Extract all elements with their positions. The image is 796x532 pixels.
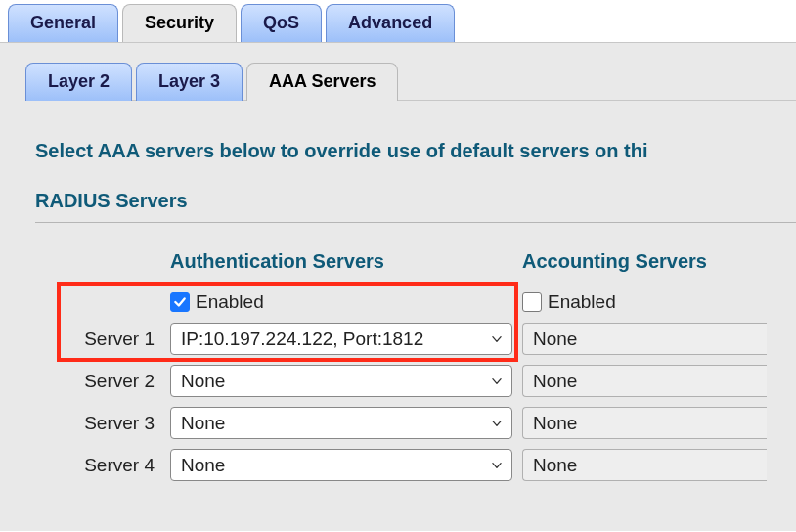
auth-server-select[interactable]: None [170, 407, 512, 439]
acct-servers-header: Accounting Servers [522, 250, 776, 287]
top-tabs: General Security QoS Advanced [0, 0, 796, 42]
auth-server-select[interactable]: None [170, 449, 512, 481]
aaa-panel: Select AAA servers below to override use… [25, 100, 796, 486]
acct-server-select[interactable]: None [522, 449, 767, 481]
acct-server-value: None [533, 329, 577, 350]
auth-server-select[interactable]: None [170, 365, 512, 397]
auth-server-value: None [181, 413, 225, 434]
chevron-down-icon [490, 417, 504, 430]
auth-enabled-label: Enabled [196, 291, 264, 313]
server-label: Server 2 [63, 360, 170, 402]
auth-servers-header: Authentication Servers [170, 250, 522, 287]
tab-qos[interactable]: QoS [241, 4, 322, 42]
server-row: Server 3NoneNone [63, 402, 776, 444]
chevron-down-icon [490, 375, 504, 388]
acct-server-select[interactable]: None [522, 323, 767, 355]
server-label: Server 4 [63, 444, 170, 486]
auth-server-value: None [181, 371, 225, 392]
radius-section-title: RADIUS Servers [35, 190, 796, 212]
acct-server-value: None [533, 371, 577, 392]
section-divider [35, 222, 796, 223]
server-label: Server 3 [63, 402, 170, 444]
chevron-down-icon [490, 332, 504, 346]
subtab-layer3[interactable]: Layer 3 [136, 63, 243, 101]
aaa-intro-text: Select AAA servers below to override use… [35, 140, 796, 162]
auth-server-select[interactable]: IP:10.197.224.122, Port:1812 [170, 323, 512, 355]
tab-advanced[interactable]: Advanced [326, 4, 455, 42]
sub-tabs: Layer 2 Layer 3 AAA Servers [25, 63, 796, 101]
chevron-down-icon [490, 459, 504, 472]
servers-table: Authentication Servers Accounting Server… [63, 250, 776, 486]
acct-enabled-checkbox[interactable] [522, 292, 542, 312]
auth-server-value: None [181, 455, 225, 476]
acct-enabled-label: Enabled [548, 291, 616, 313]
tab-general[interactable]: General [8, 4, 118, 42]
content-area: Layer 2 Layer 3 AAA Servers Select AAA s… [0, 42, 796, 531]
auth-server-value: IP:10.197.224.122, Port:1812 [181, 329, 423, 350]
tab-security[interactable]: Security [122, 4, 237, 42]
server-label: Server 1 [63, 318, 170, 360]
server-row: Server 2NoneNone [63, 360, 776, 402]
acct-server-value: None [533, 455, 577, 476]
acct-server-select[interactable]: None [522, 407, 767, 439]
auth-enabled-checkbox[interactable] [170, 292, 190, 312]
acct-server-select[interactable]: None [522, 365, 767, 397]
server-row: Server 1IP:10.197.224.122, Port:1812None [63, 318, 776, 360]
subtab-aaa-servers[interactable]: AAA Servers [246, 63, 398, 101]
acct-server-value: None [533, 413, 577, 434]
subtab-layer2[interactable]: Layer 2 [25, 63, 132, 101]
server-row: Server 4NoneNone [63, 444, 776, 486]
enabled-row: Enabled Enabled [63, 287, 776, 318]
